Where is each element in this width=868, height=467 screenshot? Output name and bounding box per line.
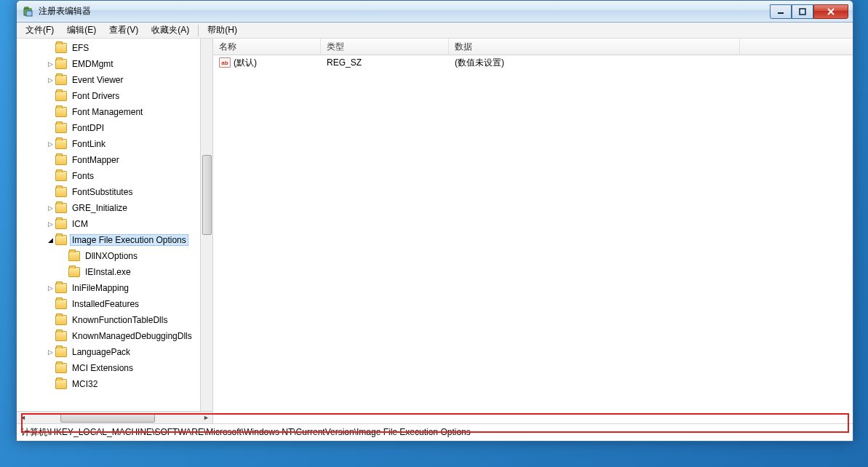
- tree-item[interactable]: FontMapper: [20, 152, 200, 168]
- tree-item-label: Font Drivers: [70, 91, 122, 101]
- expander-placeholder: [46, 44, 55, 52]
- menu-file[interactable]: 文件(F): [20, 23, 60, 38]
- tree-item[interactable]: EFS: [20, 40, 200, 56]
- collapse-icon[interactable]: ◢: [46, 236, 55, 244]
- tree-item[interactable]: ▷LanguagePack: [20, 344, 200, 360]
- close-button[interactable]: [813, 4, 848, 19]
- tree-item[interactable]: MCI32: [20, 376, 200, 392]
- list-rows[interactable]: ab(默认)REG_SZ(数值未设置): [213, 55, 853, 423]
- tree-item[interactable]: Font Management: [20, 104, 200, 120]
- tree-item[interactable]: ▷IniFileMapping: [20, 280, 200, 296]
- expander-placeholder: [46, 108, 55, 116]
- svg-rect-4: [800, 9, 805, 15]
- folder-icon: [55, 155, 67, 165]
- tree-item[interactable]: KnownManagedDebuggingDlls: [20, 328, 200, 344]
- tree-item[interactable]: FontDPI: [20, 120, 200, 136]
- tree-item[interactable]: Font Drivers: [20, 88, 200, 104]
- tree-item[interactable]: ▷EMDMgmt: [20, 56, 200, 72]
- tree-item[interactable]: DllNXOptions: [20, 248, 200, 264]
- maximize-button[interactable]: [792, 4, 813, 19]
- tree-item[interactable]: InstalledFeatures: [20, 296, 200, 312]
- tree-horizontal-scrollbar[interactable]: ◄ ►: [17, 411, 212, 423]
- menu-edit[interactable]: 编辑(E): [61, 23, 102, 38]
- column-data[interactable]: 数据: [449, 39, 740, 55]
- expand-icon[interactable]: ▷: [46, 204, 55, 212]
- string-value-icon: ab: [219, 57, 231, 68]
- tree-item[interactable]: ▷Event Viewer: [20, 72, 200, 88]
- splitter: EFS▷EMDMgmt▷Event ViewerFont DriversFont…: [17, 39, 853, 423]
- window-title: 注册表编辑器: [39, 5, 91, 17]
- folder-icon: [68, 267, 80, 277]
- menu-separator: [198, 25, 199, 36]
- window-controls: [770, 4, 848, 19]
- column-name[interactable]: 名称: [213, 39, 321, 55]
- tree-item-label: KnownManagedDebuggingDlls: [70, 331, 194, 341]
- svg-rect-1: [25, 7, 28, 9]
- value-row[interactable]: ab(默认)REG_SZ(数值未设置): [213, 55, 853, 70]
- expand-icon[interactable]: ▷: [46, 220, 55, 228]
- tree-item-label: IEInstal.exe: [83, 267, 133, 277]
- tree-item[interactable]: ◢Image File Execution Options: [20, 232, 200, 248]
- folder-icon: [55, 235, 67, 245]
- scroll-right-arrow[interactable]: ►: [200, 414, 212, 421]
- svg-rect-2: [26, 11, 32, 16]
- tree-item[interactable]: ▷FontLink: [20, 136, 200, 152]
- registry-tree: EFS▷EMDMgmt▷Event ViewerFont DriversFont…: [17, 39, 200, 394]
- tree-item[interactable]: FontSubstitutes: [20, 184, 200, 200]
- menubar: 文件(F) 编辑(E) 查看(V) 收藏夹(A) 帮助(H): [17, 23, 853, 39]
- statusbar: 计算机\HKEY_LOCAL_MACHINE\SOFTWARE\Microsof…: [17, 423, 853, 441]
- scrollbar-thumb[interactable]: [60, 413, 155, 423]
- tree-item[interactable]: ▷ICM: [20, 216, 200, 232]
- tree-vertical-scrollbar[interactable]: [200, 39, 212, 411]
- menu-help[interactable]: 帮助(H): [202, 23, 243, 38]
- tree-item-label: Image File Execution Options: [70, 234, 188, 246]
- tree-item-label: IniFileMapping: [70, 283, 131, 293]
- tree-item[interactable]: MCI Extensions: [20, 360, 200, 376]
- folder-icon: [55, 331, 67, 341]
- tree-item-label: KnownFunctionTableDlls: [70, 315, 170, 325]
- tree-item-label: MCI32: [70, 379, 100, 389]
- app-icon: [23, 6, 34, 17]
- minimize-button[interactable]: [770, 4, 792, 19]
- folder-icon: [55, 43, 67, 53]
- expand-icon[interactable]: ▷: [46, 140, 55, 148]
- tree-item-label: MCI Extensions: [70, 363, 135, 373]
- scrollbar-thumb[interactable]: [202, 155, 212, 235]
- folder-icon: [55, 139, 67, 149]
- expander-placeholder: [46, 92, 55, 100]
- folder-icon: [55, 203, 67, 213]
- folder-icon: [55, 91, 67, 101]
- expander-placeholder: [46, 300, 55, 308]
- expand-icon[interactable]: ▷: [46, 348, 55, 356]
- tree-item-label: EFS: [70, 43, 91, 53]
- tree-item[interactable]: KnownFunctionTableDlls: [20, 312, 200, 328]
- tree-item[interactable]: Fonts: [20, 168, 200, 184]
- tree-item[interactable]: IEInstal.exe: [20, 264, 200, 280]
- svg-rect-3: [778, 12, 784, 14]
- value-type: REG_SZ: [321, 57, 449, 68]
- value-name: (默认): [234, 57, 257, 69]
- folder-icon: [55, 187, 67, 197]
- expander-placeholder: [46, 156, 55, 164]
- expander-placeholder: [46, 188, 55, 196]
- titlebar[interactable]: 注册表编辑器: [17, 1, 853, 23]
- expand-icon[interactable]: ▷: [46, 60, 55, 68]
- folder-icon: [68, 251, 80, 261]
- tree-item-label: EMDMgmt: [70, 59, 116, 69]
- scroll-left-arrow[interactable]: ◄: [17, 414, 29, 421]
- expander-placeholder: [46, 332, 55, 340]
- expand-icon[interactable]: ▷: [46, 76, 55, 84]
- registry-editor-window: 注册表编辑器 文件(F) 编辑(E) 查看(V) 收藏夹(A) 帮助(H): [16, 0, 853, 442]
- tree-item-label: Event Viewer: [70, 75, 125, 85]
- folder-icon: [55, 347, 67, 357]
- expander-placeholder: [46, 172, 55, 180]
- menu-view[interactable]: 查看(V): [103, 23, 144, 38]
- column-type[interactable]: 类型: [321, 39, 449, 55]
- client-area: EFS▷EMDMgmt▷Event ViewerFont DriversFont…: [17, 39, 853, 441]
- expand-icon[interactable]: ▷: [46, 284, 55, 292]
- tree-item[interactable]: ▷GRE_Initialize: [20, 200, 200, 216]
- tree-item-label: FontSubstitutes: [70, 187, 135, 197]
- tree-pane: EFS▷EMDMgmt▷Event ViewerFont DriversFont…: [17, 39, 213, 423]
- tree-scroll[interactable]: EFS▷EMDMgmt▷Event ViewerFont DriversFont…: [17, 39, 200, 411]
- menu-favorites[interactable]: 收藏夹(A): [146, 23, 195, 38]
